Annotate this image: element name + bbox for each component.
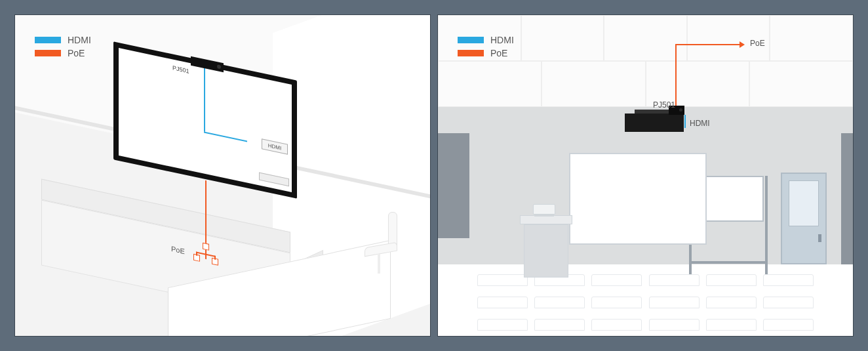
ceiling-tile xyxy=(749,61,853,107)
chair-seat xyxy=(365,242,397,257)
pj501-label: PJ501 xyxy=(653,100,675,110)
hdmi-port-text: HDMI xyxy=(268,142,281,151)
desk-icon xyxy=(763,274,814,286)
hdmi-cable-v xyxy=(204,66,205,132)
ceiling-tile xyxy=(521,15,604,61)
legend-row-poe: PoE xyxy=(458,48,514,58)
desk-icon xyxy=(477,319,528,331)
desk-icon xyxy=(706,274,757,286)
ceiling-tile xyxy=(438,61,542,107)
whiteboard-base-bar xyxy=(689,261,768,264)
desk-icon xyxy=(534,319,585,331)
ceiling-tile xyxy=(770,15,853,61)
desk-icon xyxy=(649,297,700,308)
podium-icon xyxy=(520,215,572,278)
legend-label-poe: PoE xyxy=(490,48,507,58)
podium-body xyxy=(524,224,568,278)
side-pillar-left xyxy=(438,133,469,238)
desk-icon xyxy=(706,297,757,308)
poe-node-line-l xyxy=(196,252,197,256)
desk-icon xyxy=(649,319,700,331)
desk-icon xyxy=(706,319,757,331)
ceiling-tile xyxy=(542,61,645,107)
ceiling-tile xyxy=(687,15,770,61)
whiteboard-leg-right xyxy=(765,176,768,274)
desk-icon xyxy=(591,297,642,308)
poe-cable-h xyxy=(675,44,741,45)
panel-meeting-room: HDMI PoE HDMI xyxy=(14,14,431,337)
legend-label-hdmi: HDMI xyxy=(68,35,91,45)
door-window xyxy=(789,180,819,226)
hdmi-label: HDMI xyxy=(690,119,710,128)
legend-row-poe: PoE xyxy=(35,48,91,58)
legend-row-hdmi: HDMI xyxy=(35,35,91,45)
panel-classroom: HDMI PoE xyxy=(437,14,854,337)
legend-swatch-hdmi xyxy=(458,37,484,43)
side-pillar-right xyxy=(841,133,853,264)
poe-label: PoE xyxy=(750,39,765,48)
diagram-container: HDMI PoE HDMI xyxy=(0,0,868,351)
laptop-lid xyxy=(533,204,555,215)
hdmi-cable xyxy=(684,115,686,128)
poe-node-line-r xyxy=(214,256,216,260)
ceiling xyxy=(438,15,853,107)
poe-arrow-icon xyxy=(740,41,745,48)
ceiling-tile xyxy=(604,15,687,61)
laptop-base xyxy=(534,215,554,217)
laptop-icon xyxy=(533,204,555,217)
student-desks xyxy=(477,274,814,336)
door-icon xyxy=(781,173,827,264)
desk-row xyxy=(477,297,814,312)
legend-label-poe: PoE xyxy=(68,48,85,58)
projection-screen xyxy=(569,153,707,245)
desk-icon xyxy=(649,274,700,286)
desk-row xyxy=(477,319,814,335)
chair-icon xyxy=(365,205,410,284)
chair-leg xyxy=(378,254,380,274)
legend-swatch-poe xyxy=(35,50,61,56)
legend: HDMI PoE xyxy=(35,35,91,61)
desk-icon xyxy=(591,319,642,331)
desk-icon xyxy=(534,297,585,308)
desk-icon xyxy=(763,297,814,308)
poe-cable-v xyxy=(675,44,677,107)
door-handle xyxy=(818,234,821,242)
desk-icon xyxy=(763,319,814,331)
desk-icon xyxy=(591,274,642,286)
legend: HDMI PoE xyxy=(458,35,514,61)
projector-icon xyxy=(625,114,684,132)
legend-swatch-hdmi xyxy=(35,37,61,43)
legend-swatch-poe xyxy=(458,50,484,56)
legend-row-hdmi: HDMI xyxy=(458,35,514,45)
desk-icon xyxy=(477,297,528,308)
legend-label-hdmi: HDMI xyxy=(490,35,514,45)
